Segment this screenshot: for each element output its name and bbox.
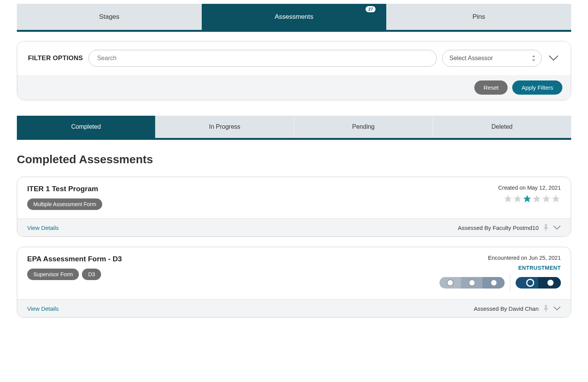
scale-divider <box>510 275 510 291</box>
encountered-meta: Encountered on Jun 25, 2021 <box>488 255 561 261</box>
tag-row: Supervisor Form D3 <box>27 269 122 280</box>
status-tab-completed[interactable]: Completed <box>17 116 155 138</box>
section-heading: Completed Assessments <box>17 153 571 166</box>
footer-right: Assessed By David Chan <box>474 305 561 312</box>
chevron-down-icon <box>549 55 559 61</box>
card-title: ITER 1 Test Program <box>27 185 102 193</box>
status-tab-in-progress-label: In Progress <box>209 123 240 130</box>
tab-assessments-badge: 27 <box>366 6 376 12</box>
pin-icon[interactable] <box>543 305 549 312</box>
filter-row: FILTER OPTIONS Select Assessor <box>17 41 571 75</box>
card-title: EPA Assessment Form - D3 <box>27 255 122 263</box>
expand-toggle[interactable] <box>553 225 561 230</box>
tag-row: Multiple Assessment Form <box>27 198 102 210</box>
chevron-down-icon <box>553 306 561 311</box>
pin-icon[interactable] <box>543 224 549 231</box>
card-left: ITER 1 Test Program Multiple Assessment … <box>27 185 102 210</box>
expand-toggle[interactable] <box>553 306 561 311</box>
tab-stages[interactable]: Stages <box>17 4 202 30</box>
tab-pins-label: Pins <box>472 13 485 20</box>
status-tab-completed-label: Completed <box>71 123 101 130</box>
search-input[interactable] <box>88 50 437 67</box>
filter-label: FILTER OPTIONS <box>28 54 83 62</box>
status-tab-deleted[interactable]: Deleted <box>433 116 571 138</box>
svg-point-0 <box>447 280 453 286</box>
svg-point-2 <box>491 280 497 286</box>
reset-button[interactable]: Reset <box>474 80 508 95</box>
entrustment-scale <box>439 275 561 291</box>
form-tag: Multiple Assessment Form <box>27 198 102 210</box>
select-sort-icon <box>531 55 536 61</box>
filter-panel: FILTER OPTIONS Select Assessor Reset App… <box>17 41 571 100</box>
assessed-by-text: Assessed By David Chan <box>474 305 539 312</box>
entrustment-label: ENTRUSTMENT <box>518 265 561 271</box>
scale-right-icon <box>516 277 561 289</box>
filter-actions: Reset Apply Filters <box>17 75 571 100</box>
form-tag: Supervisor Form <box>27 269 79 280</box>
status-tab-deleted-label: Deleted <box>492 123 513 130</box>
tab-assessments-label: Assessments <box>274 13 313 20</box>
status-tab-in-progress[interactable]: In Progress <box>155 116 294 138</box>
status-tabs: Completed In Progress Pending Deleted <box>17 116 571 140</box>
assessment-card: EPA Assessment Form - D3 Supervisor Form… <box>17 247 571 318</box>
filter-collapse-toggle[interactable] <box>547 55 560 61</box>
svg-point-4 <box>547 280 554 286</box>
svg-point-1 <box>469 280 475 286</box>
assessed-by-text: Assessed By Faculty Postmd10 <box>458 225 539 231</box>
view-details-link[interactable]: View Details <box>27 305 59 312</box>
status-tab-pending-label: Pending <box>352 123 375 130</box>
card-left: EPA Assessment Form - D3 Supervisor Form… <box>27 255 122 291</box>
star-rating <box>503 195 561 204</box>
card-footer: View Details Assessed By Faculty Postmd1… <box>17 218 571 236</box>
form-tag: D3 <box>82 269 101 280</box>
card-body: EPA Assessment Form - D3 Supervisor Form… <box>17 247 571 299</box>
footer-right: Assessed By Faculty Postmd10 <box>458 224 561 231</box>
assessor-select[interactable]: Select Assessor <box>442 50 542 67</box>
assessment-card: ITER 1 Test Program Multiple Assessment … <box>17 177 571 237</box>
card-right: Created on May 12, 2021 <box>431 185 561 210</box>
card-footer: View Details Assessed By David Chan <box>17 299 571 317</box>
status-tab-pending[interactable]: Pending <box>294 116 433 138</box>
view-details-link[interactable]: View Details <box>27 225 59 231</box>
tab-stages-label: Stages <box>99 13 119 20</box>
card-right: Encountered on Jun 25, 2021 ENTRUSTMENT <box>431 255 561 291</box>
scale-left-icon <box>439 277 505 289</box>
chevron-down-icon <box>553 225 561 230</box>
created-meta: Created on May 12, 2021 <box>498 185 561 191</box>
assessor-select-label: Select Assessor <box>449 55 493 62</box>
apply-filters-button[interactable]: Apply Filters <box>512 80 562 95</box>
tab-assessments[interactable]: Assessments 27 <box>202 4 387 30</box>
tab-pins[interactable]: Pins <box>386 4 571 30</box>
card-body: ITER 1 Test Program Multiple Assessment … <box>17 177 571 218</box>
main-tabs: Stages Assessments 27 Pins <box>17 4 571 32</box>
